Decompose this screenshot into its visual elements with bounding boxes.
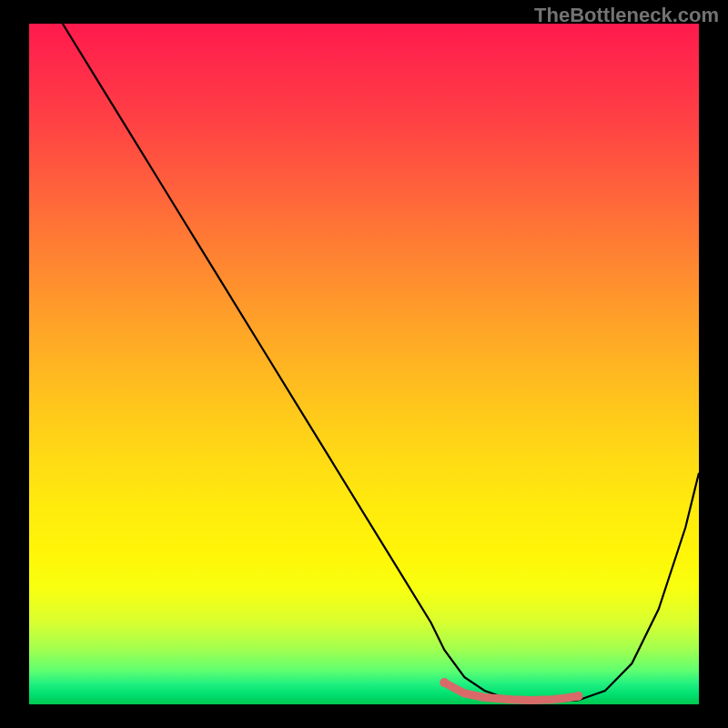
curve-layer xyxy=(29,24,699,704)
watermark-text: TheBottleneck.com xyxy=(534,4,719,27)
chart-plot-area xyxy=(29,24,699,704)
optimal-range-highlight xyxy=(444,682,578,700)
highlight-start-dot xyxy=(440,678,449,687)
bottleneck-curve xyxy=(63,24,699,702)
highlight-end-dot xyxy=(574,692,583,701)
